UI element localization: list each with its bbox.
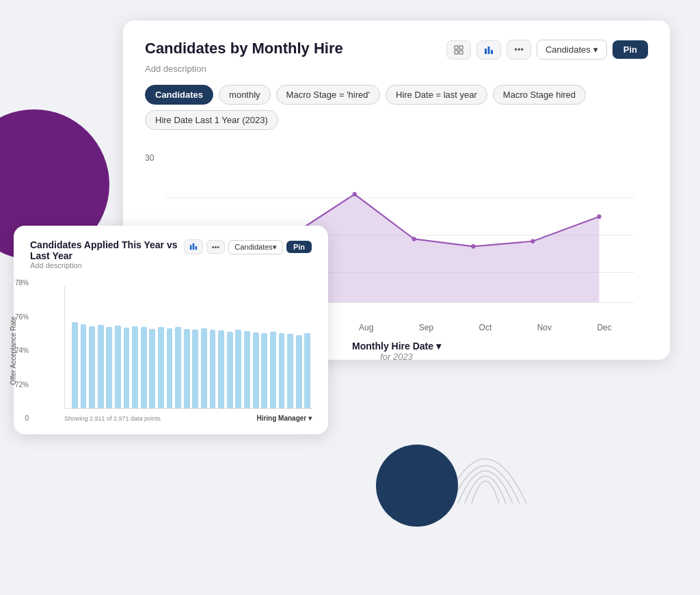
bar (192, 330, 198, 408)
bar (210, 330, 216, 408)
y-label-78: 78% (10, 279, 29, 287)
candidates-dropdown-label: Candidates (546, 44, 591, 55)
svg-rect-5 (488, 47, 490, 54)
svg-point-16 (471, 244, 475, 249)
header-actions: ••• Candidates ▾ Pin (446, 40, 648, 60)
svg-rect-1 (459, 46, 463, 49)
secondary-add-description: Add description (30, 261, 184, 269)
x-label-dec: Dec (597, 323, 611, 332)
bar-item (303, 333, 312, 408)
bar (218, 330, 224, 408)
y-label-76: 76% (10, 313, 29, 321)
secondary-chart-card: Candidates Applied This Year vs Last Yea… (14, 226, 328, 434)
decorative-navy-circle (376, 445, 458, 527)
bar-item (88, 326, 96, 408)
more-options-button[interactable]: ••• (507, 40, 531, 60)
data-points-note: Showing 2,911 of 2,971 data points (64, 415, 161, 422)
bar (124, 328, 130, 408)
bar-item (278, 333, 286, 409)
bar-item (243, 331, 252, 408)
bar-item (269, 332, 278, 408)
svg-rect-20 (192, 243, 194, 250)
bar (149, 329, 155, 408)
bar-chart-footer: Showing 2,911 of 2,971 data points Hirin… (64, 414, 312, 422)
bar (244, 331, 250, 408)
filter-tag-candidates[interactable]: Candidates (145, 85, 213, 105)
bar (141, 327, 147, 408)
bar (132, 326, 138, 408)
filter-tag-macro-stage[interactable]: Macro Stage = 'hired' (276, 85, 380, 105)
filter-tag-macro-stage-hired[interactable]: Macro Stage hired (493, 85, 586, 105)
svg-point-15 (412, 237, 416, 241)
secondary-card-title: Candidates Applied This Year vs Last Yea… (30, 239, 184, 261)
add-description: Add description (145, 64, 648, 74)
bar (235, 330, 241, 408)
bar-item (260, 333, 269, 408)
svg-rect-2 (455, 51, 458, 54)
bar-chart-icon (484, 45, 494, 55)
y-label-0: 0 (10, 414, 29, 422)
table-icon (454, 45, 463, 55)
bar-item (295, 335, 304, 408)
bar-chart (64, 286, 312, 409)
filter-tags: Candidates monthly Macro Stage = 'hired'… (145, 85, 648, 130)
bar-item (234, 330, 243, 408)
bar-chart-wrapper: Offer Acceptance Rate 78% 76% 74% 72% 0 … (30, 279, 312, 422)
secondary-card-header: Candidates Applied This Year vs Last Yea… (30, 239, 312, 276)
bar-item (174, 327, 183, 408)
bar-item (191, 330, 200, 408)
svg-rect-3 (459, 51, 463, 54)
bar-item (217, 330, 226, 408)
bar (89, 326, 95, 408)
bar-item (226, 332, 234, 408)
x-label-aug: Aug (359, 323, 373, 332)
table-view-button[interactable] (446, 40, 471, 60)
hiring-manager-dropdown[interactable]: Hiring Manager ▾ (256, 414, 312, 422)
y-axis-labels: 78% 76% 74% 72% 0 (10, 279, 29, 422)
bar (227, 332, 233, 408)
secondary-more-button[interactable]: ••• (206, 240, 226, 254)
main-card-title: Candidates by Monthly Hire (145, 40, 343, 57)
svg-point-14 (353, 192, 357, 197)
bar-item (96, 325, 105, 408)
filter-tag-hire-date-last-year[interactable]: Hire Date Last 1 Year (2023) (145, 110, 278, 130)
bar-item (208, 330, 217, 408)
bar-item (79, 324, 88, 409)
candidates-dropdown[interactable]: Candidates ▾ (537, 40, 607, 60)
bar (106, 327, 112, 408)
secondary-header-actions: ••• Candidates▾ Pin (184, 239, 312, 254)
bar-item (131, 326, 139, 408)
bar-item (183, 329, 191, 408)
bar-item (252, 332, 260, 408)
bar (115, 326, 121, 408)
bar-item (148, 329, 157, 408)
x-label-nov: Nov (537, 323, 552, 332)
filter-tag-hire-date[interactable]: Hire Date = last year (386, 85, 487, 105)
x-label-oct: Oct (479, 323, 492, 332)
bar-item (113, 326, 122, 408)
secondary-bar-icon (189, 242, 198, 250)
bar (261, 333, 267, 408)
bar (279, 333, 285, 409)
secondary-pin-button[interactable]: Pin (286, 241, 312, 253)
svg-point-17 (530, 239, 535, 243)
secondary-candidates-dropdown[interactable]: Candidates▾ (228, 240, 283, 254)
secondary-bar-chart-button[interactable] (184, 239, 203, 254)
bar (287, 334, 293, 408)
pin-button[interactable]: Pin (612, 40, 648, 59)
bar-item (105, 327, 113, 408)
bar-chart-view-button[interactable] (476, 40, 501, 60)
y-label-74: 74% (10, 347, 29, 354)
bar (304, 333, 310, 408)
bar-item (70, 322, 79, 408)
bar (98, 325, 104, 408)
svg-rect-19 (190, 245, 192, 250)
filter-tag-monthly[interactable]: monthly (219, 85, 271, 105)
x-label-sep: Sep (419, 323, 433, 332)
y-label-72: 72% (10, 381, 29, 388)
bar (296, 335, 302, 408)
svg-rect-6 (491, 50, 493, 54)
bar-item (122, 328, 131, 408)
bar (184, 329, 190, 408)
bar (158, 327, 164, 408)
